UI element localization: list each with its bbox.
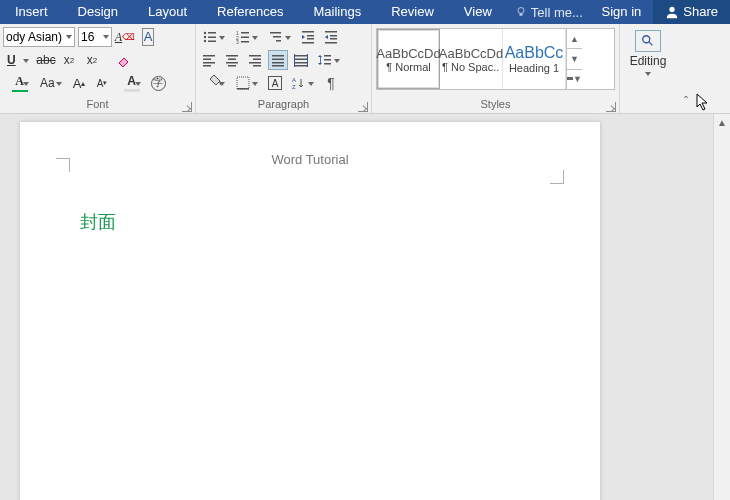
tab-references[interactable]: References: [202, 0, 298, 24]
svg-point-56: [643, 36, 650, 43]
tab-mailings[interactable]: Mailings: [299, 0, 377, 24]
strikethrough-button[interactable]: abc: [36, 50, 56, 70]
svg-point-5: [204, 36, 206, 38]
svg-rect-33: [228, 65, 236, 67]
text-highlight-button[interactable]: A: [115, 73, 145, 93]
style-heading-1[interactable]: AaBbCc Heading 1: [503, 29, 566, 89]
tab-review[interactable]: Review: [376, 0, 449, 24]
svg-rect-46: [294, 54, 295, 67]
bullets-button[interactable]: [199, 27, 229, 47]
justify-button[interactable]: [268, 50, 288, 70]
svg-rect-47: [307, 54, 308, 67]
svg-text:Z: Z: [292, 84, 296, 90]
svg-rect-15: [270, 32, 281, 34]
svg-rect-27: [203, 59, 211, 61]
svg-rect-29: [203, 65, 211, 67]
svg-rect-16: [273, 36, 281, 38]
svg-rect-21: [302, 42, 314, 44]
document-body-text[interactable]: 封面: [80, 210, 552, 234]
gallery-scroll-up[interactable]: ▲: [567, 29, 582, 49]
svg-rect-38: [272, 55, 284, 57]
font-dialog-launcher[interactable]: [182, 102, 192, 112]
align-right-button[interactable]: [245, 50, 265, 70]
multilevel-list-button[interactable]: [265, 27, 295, 47]
ribbon-tabs-bar: Insert Design Layout References Mailings…: [0, 0, 730, 24]
svg-point-7: [204, 40, 206, 42]
svg-rect-45: [295, 65, 307, 67]
svg-rect-35: [253, 59, 261, 61]
distributed-button[interactable]: [291, 50, 311, 70]
svg-rect-43: [295, 59, 307, 61]
font-color-button[interactable]: A: [3, 73, 33, 93]
svg-rect-17: [276, 40, 281, 42]
svg-rect-20: [307, 38, 314, 40]
sort-button[interactable]: AZ: [288, 73, 318, 93]
sign-in-button[interactable]: Sign in: [590, 0, 654, 24]
numbering-button[interactable]: 123: [232, 27, 262, 47]
svg-rect-37: [253, 65, 261, 67]
shading-button[interactable]: [199, 73, 229, 93]
underline-button[interactable]: U: [3, 50, 33, 70]
vertical-scrollbar[interactable]: ▲: [713, 114, 730, 500]
scroll-up-arrow[interactable]: ▲: [714, 114, 730, 131]
gallery-expand[interactable]: ▼: [567, 70, 582, 89]
svg-rect-28: [203, 62, 215, 64]
paragraph-dialog-launcher[interactable]: [358, 102, 368, 112]
group-styles: AaBbCcDd ¶ Normal AaBbCcDd ¶ No Spac... …: [372, 24, 620, 113]
page-header-text: Word Tutorial: [20, 152, 600, 167]
align-left-button[interactable]: [199, 50, 219, 70]
svg-text:3: 3: [236, 39, 239, 44]
svg-rect-14: [241, 41, 249, 43]
tab-layout[interactable]: Layout: [133, 0, 202, 24]
clear-formatting-button[interactable]: A⌫: [115, 27, 135, 47]
shrink-font-button[interactable]: A▾: [92, 73, 112, 93]
svg-line-57: [649, 42, 653, 46]
show-hide-paragraph-button[interactable]: ¶: [321, 73, 341, 93]
tab-view[interactable]: View: [449, 0, 507, 24]
styles-group-label: Styles: [372, 97, 619, 113]
editing-menu-button[interactable]: Editing: [626, 26, 670, 76]
decrease-indent-button[interactable]: [298, 27, 318, 47]
font-family-select[interactable]: ody Asian): [3, 27, 75, 47]
subscript-button[interactable]: x2: [59, 50, 79, 70]
document-page[interactable]: Word Tutorial 封面: [20, 122, 600, 500]
styles-dialog-launcher[interactable]: [606, 102, 616, 112]
increase-indent-button[interactable]: [321, 27, 341, 47]
superscript-button[interactable]: x2: [82, 50, 102, 70]
svg-rect-50: [324, 59, 331, 61]
svg-rect-24: [330, 38, 337, 40]
svg-rect-40: [272, 62, 284, 64]
svg-rect-49: [324, 55, 331, 57]
svg-rect-8: [208, 41, 216, 43]
grow-font-button[interactable]: A▴: [69, 73, 89, 93]
borders-button[interactable]: [232, 73, 262, 93]
asian-layout-button[interactable]: A: [265, 73, 285, 93]
font-size-select[interactable]: 16: [78, 27, 112, 47]
gallery-scroll-down[interactable]: ▼: [567, 49, 582, 69]
svg-point-0: [518, 8, 524, 14]
style-no-spacing[interactable]: AaBbCcDd ¶ No Spac...: [440, 29, 503, 89]
collapse-ribbon-button[interactable]: ˆ: [676, 24, 696, 113]
style-normal[interactable]: AaBbCcDd ¶ Normal: [377, 29, 440, 89]
eraser-button[interactable]: [114, 50, 134, 70]
svg-rect-12: [241, 37, 249, 39]
tab-design[interactable]: Design: [63, 0, 133, 24]
svg-rect-32: [226, 62, 238, 64]
line-spacing-button[interactable]: [314, 50, 344, 70]
tell-me-search[interactable]: Tell me...: [515, 5, 583, 20]
character-border-button[interactable]: A: [138, 27, 158, 47]
tab-insert[interactable]: Insert: [0, 0, 63, 24]
svg-rect-36: [249, 62, 261, 64]
svg-rect-25: [325, 42, 337, 44]
change-case-button[interactable]: Aa: [36, 73, 66, 93]
enclose-characters-button[interactable]: 字: [148, 73, 168, 93]
svg-rect-1: [519, 14, 522, 16]
svg-rect-42: [295, 55, 307, 57]
svg-rect-19: [307, 35, 314, 37]
align-center-button[interactable]: [222, 50, 242, 70]
svg-rect-10: [241, 32, 249, 34]
margin-corner-tr: [550, 170, 564, 184]
share-button[interactable]: Share: [653, 0, 730, 24]
svg-rect-4: [208, 32, 216, 34]
page-scroll-container[interactable]: Word Tutorial 封面: [0, 114, 713, 500]
